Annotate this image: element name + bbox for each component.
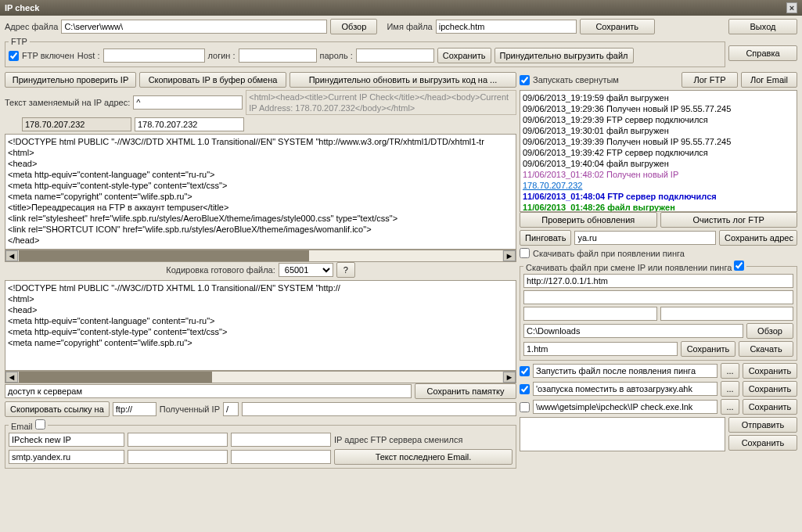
- dl-extra-1[interactable]: [523, 290, 793, 304]
- window-title: IP check: [5, 3, 39, 13]
- clear-log-button[interactable]: Очистить лог FTP: [660, 212, 798, 228]
- filename-input[interactable]: [436, 20, 577, 34]
- ftp-group: FTP FTP включен Host : логин : пароль : …: [5, 37, 725, 67]
- email-enabled-checkbox[interactable]: [35, 419, 45, 430]
- ping-button[interactable]: Пинговать: [520, 230, 571, 246]
- ftp-login-label: логин :: [208, 51, 236, 60]
- dl-on-ping-checkbox[interactable]: [520, 248, 530, 258]
- ftp-force-button[interactable]: Принудительно выгрузить файл: [495, 48, 634, 63]
- encoding-label: Кодировка готового файла:: [166, 265, 275, 275]
- ftp-host-input[interactable]: [103, 49, 205, 63]
- opt2-input[interactable]: [533, 382, 717, 396]
- browse-button[interactable]: Обзор: [330, 19, 377, 34]
- copy-ip-button[interactable]: Скопировать IP в буфер обмена: [139, 72, 286, 88]
- opt2-browse-button[interactable]: ...: [721, 381, 739, 397]
- opt3-browse-button[interactable]: ...: [721, 399, 739, 415]
- encoding-help-button[interactable]: ?: [336, 262, 355, 278]
- ip-display-1: [22, 117, 131, 131]
- file-address-input[interactable]: [61, 20, 327, 34]
- hscrollbar-1[interactable]: ◄►: [5, 250, 516, 262]
- smtp-input[interactable]: [9, 450, 124, 464]
- dl-group-checkbox[interactable]: [734, 261, 744, 271]
- close-icon[interactable]: ×: [786, 2, 797, 13]
- check-updates-button[interactable]: Проверить обновления: [520, 212, 657, 228]
- opt1-input[interactable]: [533, 364, 717, 378]
- email-field-6[interactable]: [231, 450, 331, 464]
- log-email-button[interactable]: Лог Email: [741, 72, 797, 88]
- download-button[interactable]: Скачать: [739, 341, 793, 357]
- ftp-legend: FTP: [9, 37, 30, 46]
- file-address-label: Адрес файла: [5, 22, 58, 31]
- dl-file-input[interactable]: [523, 342, 678, 356]
- download-legend: Скачивать файл при смене IP или появлени…: [526, 263, 732, 272]
- force-update-button[interactable]: Принудительно обновить и выгрузить код н…: [290, 72, 516, 88]
- ftp-enabled-checkbox[interactable]: [9, 51, 19, 61]
- dl-browse-button[interactable]: Обзор: [746, 323, 793, 339]
- email-group: Email IP адрес FTP сервера сменился Текс…: [5, 419, 516, 469]
- dl-extra-2[interactable]: [523, 307, 657, 321]
- opt2-checkbox[interactable]: [520, 384, 530, 394]
- opt1-checkbox[interactable]: [520, 366, 530, 376]
- force-check-ip-button[interactable]: Принудительно проверить IP: [5, 72, 136, 88]
- dl-save-button[interactable]: Сохранить: [681, 341, 735, 357]
- opt2-save-button[interactable]: Сохранить: [743, 381, 797, 397]
- preview-hint: <html><head><title>Current IP Check</tit…: [246, 90, 516, 115]
- source-code-box[interactable]: <!DOCTYPE html PUBLIC "-//W3C//DTD XHTML…: [5, 134, 516, 250]
- run-minimized-label: Запускать свернутым: [533, 75, 678, 84]
- received-ip-label: Полученный IP: [160, 404, 220, 414]
- ftp-pass-label: пароль :: [320, 51, 353, 60]
- save-note-button[interactable]: Сохранить памятку: [415, 383, 516, 399]
- ftp-ip-changed-label: IP адрес FTP сервера сменился: [334, 435, 512, 444]
- filename-label: Имя файла: [387, 22, 432, 31]
- email-field-5[interactable]: [128, 450, 228, 464]
- note-input[interactable]: [5, 384, 412, 398]
- email-subject-input[interactable]: [9, 433, 124, 447]
- replace-input[interactable]: [133, 95, 243, 110]
- dl-url-input[interactable]: [523, 274, 793, 288]
- received-ip-input[interactable]: [242, 402, 516, 416]
- save-file-button[interactable]: Сохранить: [580, 19, 655, 34]
- output-code-box[interactable]: <!DOCTYPE html PUBLIC "-//W3C//DTD XHTML…: [5, 280, 516, 371]
- ftp-host-label: Host :: [77, 51, 100, 60]
- run-minimized-checkbox[interactable]: [520, 75, 530, 85]
- opt3-save-button[interactable]: Сохранить: [743, 399, 797, 415]
- log-ftp-button[interactable]: Лог FTP: [682, 72, 738, 88]
- opt1-browse-button[interactable]: ...: [721, 363, 739, 379]
- titlebar: IP check ×: [0, 0, 802, 16]
- ftp-proto-input[interactable]: [113, 402, 156, 416]
- exit-button[interactable]: Выход: [728, 19, 797, 34]
- last-email-button[interactable]: Текст последнего Email.: [334, 449, 512, 465]
- ip-input-2[interactable]: [135, 117, 244, 131]
- bottom-save-button[interactable]: Сохранить: [728, 435, 797, 451]
- ping-host-input[interactable]: [574, 231, 716, 245]
- opt3-checkbox[interactable]: [520, 402, 530, 412]
- ftp-save-button[interactable]: Сохранить: [437, 48, 491, 63]
- download-group: Скачивать файл при смене IP или появлени…: [520, 261, 797, 361]
- email-legend: Email: [11, 422, 33, 431]
- ftp-enabled-label: FTP включен: [22, 51, 74, 60]
- log-area[interactable]: 09/06/2013_19:19:59 файл выгружен09/06/2…: [520, 90, 797, 212]
- ftp-pass-input[interactable]: [356, 49, 434, 63]
- ftp-login-input[interactable]: [239, 49, 317, 63]
- save-address-button[interactable]: Сохранить адрес: [719, 230, 797, 246]
- hscrollbar-2[interactable]: ◄►: [5, 371, 516, 383]
- dl-extra-3[interactable]: [660, 307, 794, 321]
- copy-link-button[interactable]: Скопировать ссылку на: [5, 401, 110, 417]
- send-textarea[interactable]: [520, 417, 725, 451]
- encoding-select[interactable]: 65001: [279, 263, 333, 277]
- dl-path-input[interactable]: [523, 324, 743, 338]
- replace-text-label: Текст заменяемый на IP адрес:: [5, 98, 130, 107]
- send-button[interactable]: Отправить: [728, 417, 797, 433]
- help-button[interactable]: Справка: [728, 45, 797, 61]
- received-ip-slash[interactable]: [223, 402, 239, 416]
- email-field-2[interactable]: [128, 433, 228, 447]
- opt3-input[interactable]: [533, 400, 717, 414]
- dl-on-ping-label: Скачивать файл при появлении пинга: [533, 249, 685, 258]
- opt1-save-button[interactable]: Сохранить: [743, 363, 797, 379]
- email-field-3[interactable]: [231, 433, 331, 447]
